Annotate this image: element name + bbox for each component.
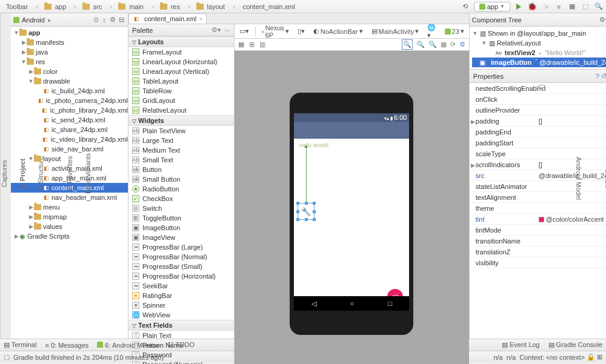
bottom-tab-event-log[interactable]: ▤ Event Log xyxy=(502,341,540,349)
project-view-dropdown[interactable]: Android ▼ xyxy=(22,16,52,24)
tree-file[interactable]: ◧ic_photo_camera_24dp.xml xyxy=(11,96,128,105)
palette-item[interactable]: ━ProgressBar (Normal) xyxy=(128,252,234,262)
bottom-tab-android-monitor[interactable]: 6: Android Monitor xyxy=(97,342,159,349)
tree-file[interactable]: ◧ic_build_24dp.xml xyxy=(11,86,128,96)
layout-variant-dropdown[interactable]: ▯▾ xyxy=(295,26,307,36)
palette-item[interactable]: 🌐WebView xyxy=(128,310,234,320)
tree-node[interactable]: ▶java xyxy=(11,47,128,57)
gear-icon[interactable]: ⚙▾ xyxy=(599,16,606,24)
tree-node[interactable]: ▶manifests xyxy=(11,38,128,47)
property-row[interactable]: paddingEnd xyxy=(470,127,606,137)
tree-node-app[interactable]: ▼app xyxy=(11,28,128,38)
tree-node[interactable]: ▶menu xyxy=(11,202,128,212)
device-screen[interactable]: ▾▴ ▮ 6:00 Hello World! 🔧 xyxy=(294,113,409,311)
textview-hello[interactable]: Hello World! xyxy=(299,142,328,148)
properties-list[interactable]: nestedScrollingEnabledonClickoutlineProv… xyxy=(470,83,606,339)
zoom-out-icon[interactable]: 🔍 xyxy=(428,41,437,48)
component-tree[interactable]: ▼▥Shown in @layout/app_bar_main ▼▥Relati… xyxy=(470,27,606,69)
property-row[interactable]: visibility xyxy=(470,257,606,268)
attach-icon[interactable]: ⇲ xyxy=(541,2,550,12)
collapse-icon[interactable]: ⊙ xyxy=(92,16,100,24)
stop-icon[interactable]: ■ xyxy=(554,2,564,12)
property-row[interactable]: src@drawable/ic_build_24dp xyxy=(470,170,606,181)
palette-item[interactable]: okButton xyxy=(128,165,234,174)
palette-list[interactable]: ▽ Layouts ▭FrameLayout ▭LinearLayout (Ho… xyxy=(128,36,234,364)
zoom-fit-icon[interactable]: 🔍 xyxy=(402,39,413,50)
device-dropdown[interactable]: ▫ Nexus 6P▾ xyxy=(259,23,291,40)
orientation-dropdown[interactable]: ▭▾ xyxy=(237,26,251,36)
palette-group-textfields[interactable]: ▽ Text Fields xyxy=(128,320,234,331)
sdk-icon[interactable]: ⬚ xyxy=(581,2,590,12)
palette-item[interactable]: ⊞ToggleButton xyxy=(128,213,234,223)
palette-item[interactable]: AbLarge Text xyxy=(128,136,234,145)
api-dropdown[interactable]: 23▾ xyxy=(442,26,467,36)
rail-android-model[interactable]: Android Model xyxy=(575,157,582,200)
palette-item[interactable]: ▭RelativeLayout xyxy=(128,105,234,115)
bottom-tab-gradle-console[interactable]: ▤ Gradle Console xyxy=(548,341,603,349)
palette-item[interactable]: ▭TableRow xyxy=(128,86,234,96)
palette-item[interactable]: ▣ImageButton xyxy=(128,223,234,233)
help-icon[interactable]: ? xyxy=(596,73,599,80)
breadcrumb-item[interactable]: content_main.xml xyxy=(239,3,299,10)
palette-group-widgets[interactable]: ▽ Widgets xyxy=(128,115,234,126)
tree-node[interactable]: ▶mipmap xyxy=(11,212,128,222)
palette-item[interactable]: ✓CheckBox xyxy=(128,194,234,204)
reset-icon[interactable]: ↺ xyxy=(601,72,606,80)
activity-dropdown[interactable]: ▤ MainActivity▾ xyxy=(369,26,422,36)
breadcrumb-item[interactable]: layout xyxy=(195,3,228,10)
locale-dropdown[interactable]: 🌐▾ xyxy=(425,22,438,41)
tree-node[interactable]: ▶values xyxy=(11,222,128,231)
align-icon[interactable]: ⊞ xyxy=(249,41,255,48)
refresh-icon[interactable]: ⟳ xyxy=(450,41,456,48)
tree-node[interactable]: ▼res xyxy=(11,57,128,67)
property-row[interactable]: nestedScrollingEnabled xyxy=(470,83,606,94)
property-row[interactable]: tint@color/colorAccent xyxy=(470,214,606,225)
property-row[interactable]: tintMode xyxy=(470,225,606,236)
rail-captures[interactable]: Captures xyxy=(1,160,8,187)
property-row[interactable]: textAlignment xyxy=(470,192,606,203)
hide-icon[interactable]: ⊟ xyxy=(117,16,125,24)
editor-tab[interactable]: ◧ content_main.xml × xyxy=(128,13,207,24)
property-row[interactable]: scaleType xyxy=(470,148,606,159)
hide-icon[interactable]: → xyxy=(224,27,230,34)
ct-row-selected[interactable]: ▣ imageButton - @drawable/ic_build_24dp xyxy=(472,58,606,67)
align-icon[interactable]: ▥ xyxy=(259,41,265,48)
status-ide-icon[interactable]: ⊞ xyxy=(597,353,602,361)
theme-dropdown[interactable]: ◐ NoActionBar▾ xyxy=(311,26,365,36)
palette-item[interactable]: ▭TableLayout xyxy=(128,76,234,86)
tree-node[interactable]: ▼drawable xyxy=(11,76,128,86)
rail-favorites[interactable]: 2: Favorites xyxy=(66,156,73,191)
gear-icon[interactable]: ⚙ xyxy=(108,16,117,24)
palette-item[interactable]: ⊙Switch xyxy=(128,204,234,213)
breadcrumb-item[interactable]: main xyxy=(116,3,147,10)
rail-project[interactable]: 1: Project xyxy=(19,158,26,188)
palette-item[interactable]: ▣ImageView xyxy=(128,233,234,242)
palette-item[interactable]: AbSmall Text xyxy=(128,155,234,165)
ct-row[interactable]: ▼▥Shown in @layout/app_bar_main xyxy=(472,28,606,38)
property-row[interactable]: paddingStart xyxy=(470,137,606,148)
palette-item[interactable]: ━ProgressBar (Horizontal) xyxy=(128,271,234,281)
palette-item[interactable]: ━ProgressBar (Small) xyxy=(128,262,234,271)
tree-file[interactable]: ◧ic_send_24dp.xml xyxy=(11,115,128,125)
property-row[interactable]: theme xyxy=(470,203,606,214)
search-icon[interactable]: 🔍 xyxy=(594,2,604,12)
tree-file[interactable]: ◧ic_photo_library_24dp.xml xyxy=(11,105,128,115)
tree-file[interactable]: ◧side_nav_bar.xml xyxy=(11,144,128,154)
bottom-tab-messages[interactable]: ≡ 0: Messages xyxy=(45,342,88,349)
palette-item[interactable]: AbMedium Text xyxy=(128,145,234,155)
property-row[interactable]: transitionName xyxy=(470,236,606,247)
palette-item[interactable]: ▭GridLayout xyxy=(128,96,234,105)
palette-item[interactable]: ▭LinearLayout (Vertical) xyxy=(128,67,234,76)
scroll-icon[interactable]: ↕ xyxy=(100,16,108,24)
run-button[interactable] xyxy=(514,2,524,12)
zoom-in-icon[interactable]: 🔍 xyxy=(416,41,425,48)
ct-row[interactable]: ▼▥RelativeLayout xyxy=(472,38,606,48)
run-config-dropdown[interactable]: app ▼ xyxy=(474,2,510,12)
palette-item[interactable]: ⌶Plain Text xyxy=(128,331,234,340)
breadcrumb-item[interactable]: app xyxy=(42,3,70,10)
property-row[interactable]: ▶padding[] xyxy=(470,116,606,127)
gear-icon[interactable]: ⚙ xyxy=(459,41,465,48)
tree-file[interactable]: ◧ic_share_24dp.xml xyxy=(11,125,128,134)
align-icon[interactable]: ▦ xyxy=(238,41,244,48)
status-lock-icon[interactable]: 🔒 xyxy=(587,353,595,361)
